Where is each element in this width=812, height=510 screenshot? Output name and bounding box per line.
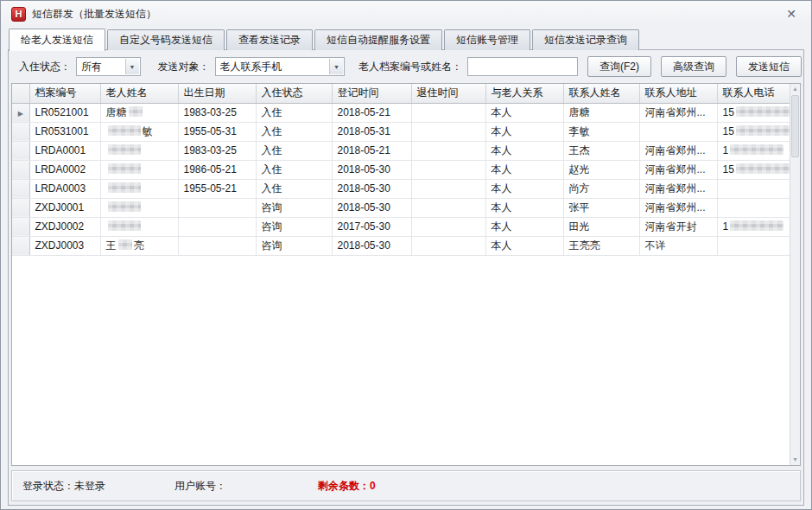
cell-archive-no[interactable]: LRDA0002 bbox=[29, 160, 100, 179]
column-header-9[interactable]: 联系人电话 bbox=[717, 84, 790, 103]
scroll-up-icon[interactable]: ▲ bbox=[790, 84, 800, 94]
cell-checkout-time[interactable] bbox=[411, 103, 485, 122]
cell-relation[interactable]: 本人 bbox=[485, 122, 563, 141]
cell-archive-no[interactable]: ZXDJ0001 bbox=[29, 198, 100, 217]
cell-checkout-time[interactable] bbox=[411, 179, 485, 198]
cell-contact-address[interactable]: 河南省郑州... bbox=[639, 103, 717, 122]
cell-contact-phone[interactable]: 1 bbox=[717, 217, 790, 236]
cell-archive-no[interactable]: LR0531001 bbox=[29, 122, 100, 141]
cell-register-time[interactable]: 2018-05-30 bbox=[332, 160, 411, 179]
tab-send-record-query[interactable]: 短信发送记录查询 bbox=[532, 29, 639, 50]
cell-register-time[interactable]: 2018-05-31 bbox=[332, 122, 411, 141]
cell-birth-date[interactable] bbox=[178, 198, 256, 217]
column-header-8[interactable]: 联系人地址 bbox=[639, 84, 717, 103]
tab-auto-reminder-settings[interactable]: 短信自动提醒服务设置 bbox=[314, 29, 442, 50]
cell-register-time[interactable]: 2018-05-21 bbox=[332, 141, 411, 160]
cell-archive-no[interactable]: LR0521001 bbox=[29, 103, 100, 122]
row-header-cell[interactable] bbox=[12, 141, 29, 160]
cell-contact-name[interactable]: 唐糖 bbox=[563, 103, 639, 122]
cell-checkout-time[interactable] bbox=[411, 141, 485, 160]
cell-elder-name[interactable]: 敏 bbox=[100, 122, 178, 141]
column-header-0[interactable]: 档案编号 bbox=[29, 84, 100, 103]
cell-contact-address[interactable]: 河南省郑州... bbox=[639, 141, 717, 160]
cell-contact-address[interactable]: 不详 bbox=[639, 236, 717, 255]
column-header-3[interactable]: 入住状态 bbox=[256, 84, 332, 103]
cell-stay-status[interactable]: 入住 bbox=[256, 122, 332, 141]
row-header-cell[interactable] bbox=[12, 179, 29, 198]
cell-stay-status[interactable]: 入住 bbox=[256, 103, 332, 122]
table-row[interactable]: ▶LR0521001唐糖1983-03-25入住2018-05-21本人唐糖河南… bbox=[12, 103, 790, 122]
row-header-cell[interactable] bbox=[12, 236, 29, 255]
cell-birth-date[interactable] bbox=[178, 236, 256, 255]
cell-birth-date[interactable]: 1983-03-25 bbox=[178, 141, 256, 160]
table-row[interactable]: LRDA00031955-05-21入住2018-05-30本人尚方河南省郑州.… bbox=[12, 179, 790, 198]
cell-contact-name[interactable]: 尚方 bbox=[563, 179, 639, 198]
cell-elder-name[interactable] bbox=[100, 160, 178, 179]
cell-stay-status[interactable]: 入住 bbox=[256, 141, 332, 160]
cell-birth-date[interactable]: 1955-05-21 bbox=[178, 179, 256, 198]
table-row[interactable]: ZXDJ0002咨询2017-05-30本人田光河南省开封1 bbox=[12, 217, 790, 236]
status-filter-select[interactable]: 所有 ▼ bbox=[76, 57, 141, 76]
send-sms-button[interactable]: 发送短信 bbox=[736, 56, 802, 77]
cell-contact-name[interactable]: 赵光 bbox=[563, 160, 639, 179]
cell-archive-no[interactable]: ZXDJ0003 bbox=[29, 236, 100, 255]
tab-send-to-elders[interactable]: 给老人发送短信 bbox=[9, 29, 105, 51]
column-header-1[interactable]: 老人姓名 bbox=[100, 84, 178, 103]
cell-register-time[interactable]: 2018-05-30 bbox=[332, 236, 411, 255]
table-row[interactable]: LRDA00011983-03-25入住2018-05-21本人王杰河南省郑州.… bbox=[12, 141, 790, 160]
row-header-column[interactable] bbox=[12, 84, 29, 103]
cell-contact-address[interactable]: 河南省郑州... bbox=[639, 179, 717, 198]
cell-checkout-time[interactable] bbox=[411, 198, 485, 217]
column-header-7[interactable]: 联系人姓名 bbox=[563, 84, 639, 103]
cell-contact-name[interactable]: 王杰 bbox=[563, 141, 639, 160]
cell-contact-phone[interactable]: 15 bbox=[717, 103, 790, 122]
row-header-cell[interactable] bbox=[12, 160, 29, 179]
cell-register-time[interactable]: 2018-05-21 bbox=[332, 103, 411, 122]
row-header-cell[interactable] bbox=[12, 198, 29, 217]
cell-birth-date[interactable]: 1955-05-31 bbox=[178, 122, 256, 141]
archive-or-name-input[interactable] bbox=[467, 57, 578, 76]
cell-elder-name[interactable] bbox=[100, 141, 178, 160]
tab-view-send-records[interactable]: 查看发送记录 bbox=[226, 29, 313, 50]
cell-archive-no[interactable]: LRDA0001 bbox=[29, 141, 100, 160]
cell-stay-status[interactable]: 咨询 bbox=[256, 217, 332, 236]
cell-contact-name[interactable]: 张平 bbox=[563, 198, 639, 217]
cell-checkout-time[interactable] bbox=[411, 217, 485, 236]
cell-contact-phone[interactable]: 1 bbox=[717, 141, 790, 160]
cell-birth-date[interactable] bbox=[178, 217, 256, 236]
cell-checkout-time[interactable] bbox=[411, 236, 485, 255]
cell-relation[interactable]: 本人 bbox=[485, 198, 563, 217]
cell-contact-phone[interactable] bbox=[717, 179, 790, 198]
target-filter-select[interactable]: 老人联系手机 ▼ bbox=[215, 57, 345, 76]
cell-relation[interactable]: 本人 bbox=[485, 179, 563, 198]
cell-register-time[interactable]: 2018-05-30 bbox=[332, 179, 411, 198]
cell-stay-status[interactable]: 入住 bbox=[256, 179, 332, 198]
scroll-down-icon[interactable]: ▼ bbox=[790, 455, 800, 465]
scrollbar-thumb[interactable] bbox=[791, 95, 799, 157]
table-row[interactable]: LR0531001敏1955-05-31入住2018-05-31本人李敏15 bbox=[12, 122, 790, 141]
close-icon[interactable]: ✕ bbox=[782, 5, 801, 22]
cell-relation[interactable]: 本人 bbox=[485, 217, 563, 236]
column-header-5[interactable]: 退住时间 bbox=[411, 84, 485, 103]
table-row[interactable]: LRDA00021986-05-21入住2018-05-30本人赵光河南省郑州.… bbox=[12, 160, 790, 179]
cell-stay-status[interactable]: 咨询 bbox=[256, 198, 332, 217]
row-header-cell[interactable]: ▶ bbox=[12, 103, 29, 122]
tab-sms-account-management[interactable]: 短信账号管理 bbox=[444, 29, 530, 50]
cell-elder-name[interactable] bbox=[100, 179, 178, 198]
cell-relation[interactable]: 本人 bbox=[485, 103, 563, 122]
cell-elder-name[interactable]: 唐糖 bbox=[100, 103, 178, 122]
cell-relation[interactable]: 本人 bbox=[485, 236, 563, 255]
cell-contact-name[interactable]: 王亮亮 bbox=[563, 236, 639, 255]
cell-contact-address[interactable]: 河南省郑州... bbox=[639, 160, 717, 179]
row-header-cell[interactable] bbox=[12, 217, 29, 236]
vertical-scrollbar[interactable]: ▲ ▼ bbox=[790, 84, 800, 465]
advanced-query-button[interactable]: 高级查询 bbox=[661, 56, 726, 77]
cell-contact-phone[interactable]: 15 bbox=[717, 122, 790, 141]
cell-elder-name[interactable] bbox=[100, 217, 178, 236]
cell-archive-no[interactable]: ZXDJ0002 bbox=[29, 217, 100, 236]
cell-elder-name[interactable]: 王亮 bbox=[100, 236, 178, 255]
cell-register-time[interactable]: 2018-05-30 bbox=[332, 198, 411, 217]
column-header-6[interactable]: 与老人关系 bbox=[485, 84, 563, 103]
cell-contact-name[interactable]: 李敏 bbox=[563, 122, 639, 141]
cell-relation[interactable]: 本人 bbox=[485, 141, 563, 160]
